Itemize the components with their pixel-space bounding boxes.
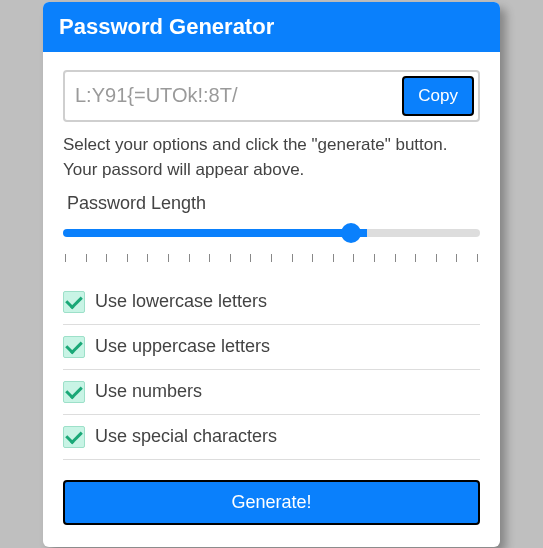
generate-button[interactable]: Generate! (63, 480, 480, 525)
checkbox-uppercase[interactable] (63, 336, 85, 358)
slider-ticks (63, 254, 480, 262)
option-lowercase: Use lowercase letters (63, 280, 480, 325)
option-uppercase: Use uppercase letters (63, 325, 480, 370)
length-slider[interactable] (63, 218, 480, 248)
length-label: Password Length (67, 193, 480, 214)
output-row: Copy (63, 70, 480, 122)
option-special: Use special characters (63, 415, 480, 460)
card-body: Copy Select your options and click the "… (43, 52, 500, 547)
copy-button[interactable]: Copy (402, 76, 474, 116)
page-title: Password Generator (59, 14, 274, 39)
option-label: Use numbers (95, 381, 202, 402)
checkbox-special[interactable] (63, 426, 85, 448)
length-slider-wrap (63, 218, 480, 262)
checkbox-numbers[interactable] (63, 381, 85, 403)
password-generator-card: Password Generator Copy Select your opti… (43, 2, 500, 547)
card-header: Password Generator (43, 2, 500, 52)
instructions-text: Select your options and click the "gener… (63, 132, 480, 183)
option-label: Use special characters (95, 426, 277, 447)
option-numbers: Use numbers (63, 370, 480, 415)
option-label: Use uppercase letters (95, 336, 270, 357)
checkbox-lowercase[interactable] (63, 291, 85, 313)
option-label: Use lowercase letters (95, 291, 267, 312)
password-output[interactable] (69, 76, 402, 115)
